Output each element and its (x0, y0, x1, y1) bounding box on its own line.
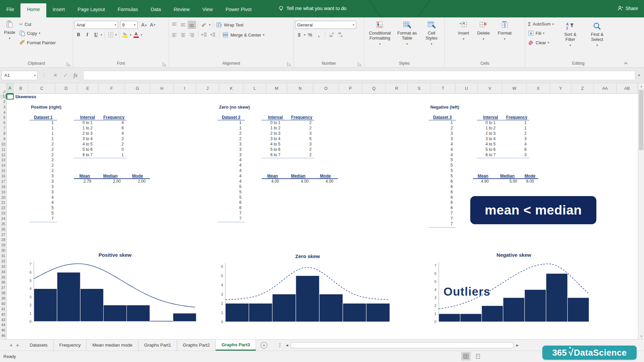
ribbon-tab-power-pivot[interactable]: Power Pivot (219, 3, 258, 17)
row-header-27[interactable]: 27 (0, 232, 6, 237)
italic-button[interactable]: I (83, 31, 91, 39)
dataset-1-value[interactable]: 2 (30, 168, 57, 174)
select-all-corner[interactable] (0, 83, 7, 94)
percent-button[interactable]: % (306, 31, 314, 39)
freq-table-3-header[interactable]: IntervalFrequency (477, 115, 529, 120)
dataset-3-value[interactable]: 6 (429, 190, 456, 195)
collapse-ribbon-button[interactable] (624, 62, 628, 65)
decrease-indent-button[interactable] (200, 31, 208, 39)
dataset-3-value[interactable]: 5 (429, 174, 456, 179)
increase-decimal-button[interactable]: ←.0.00 (327, 31, 335, 39)
row-header-45[interactable]: 45 (0, 328, 6, 333)
chart-positive-skew[interactable]: Positive skew01234567 (14, 251, 210, 326)
freq-table-3-row[interactable]: 4 to 54 (477, 142, 529, 147)
row-header-2[interactable]: 2 (0, 99, 6, 104)
normal-view-button[interactable] (461, 352, 471, 361)
freq-table-3-row[interactable]: 2 to 32 (477, 131, 529, 136)
column-header-R[interactable]: R (386, 83, 408, 94)
vertical-scroll-thumb[interactable] (639, 90, 643, 150)
dataset-1-value[interactable]: 3 (30, 190, 57, 195)
row-header-46[interactable]: 46 (0, 333, 6, 338)
column-header-Z[interactable]: Z (572, 83, 594, 94)
horizontal-scrollbar[interactable] (290, 342, 514, 348)
new-sheet-button[interactable]: + (261, 342, 267, 349)
sort-filter-button[interactable]: AZ Sort & Filter ▾ (558, 20, 583, 50)
row-header-23[interactable]: 23 (0, 211, 6, 216)
row-header-16[interactable]: 16 (0, 174, 6, 179)
freq-table-1-row[interactable]: 5 to 60 (74, 147, 126, 153)
freq-table-1-row[interactable]: 6 to 71 (74, 153, 126, 158)
dataset-3-value[interactable]: 3 (429, 131, 456, 136)
ribbon-tab-file[interactable]: File (0, 3, 20, 17)
freq-table-3-row[interactable]: 1 to 21 (477, 126, 529, 131)
fill-button[interactable]: Fill▾ (527, 29, 555, 37)
dataset-2-value[interactable]: 6 (217, 205, 245, 211)
alignment-dialog-launcher[interactable] (287, 62, 291, 66)
sheet-tab-graphs-part1[interactable]: Graphs Part1 (139, 340, 177, 351)
delete-cells-button[interactable]: Delete ▾ (474, 19, 492, 44)
dataset-2-value[interactable]: 1 (217, 120, 245, 126)
dataset-1-value[interactable]: 3 (30, 184, 57, 190)
freq-table-2-row[interactable]: 4 to 53 (262, 142, 314, 147)
freq-table-1-row[interactable]: 1 to 26 (74, 126, 126, 131)
underline-caret[interactable]: ▾ (101, 33, 102, 37)
column-header-J[interactable]: J (196, 83, 219, 94)
dataset-1-value[interactable]: 5 (30, 205, 57, 211)
row-header-13[interactable]: 13 (0, 158, 6, 163)
format-cells-button[interactable]: Format ▾ (495, 19, 514, 44)
dataset-1-value[interactable]: 1 (30, 136, 57, 142)
ribbon-tab-page-layout[interactable]: Page Layout (71, 3, 111, 17)
dataset-1-value[interactable]: 2 (30, 147, 57, 153)
dataset-2-header[interactable]: Dataset 2 (217, 115, 245, 120)
sheet-nav-right-arrow[interactable]: ▶ (17, 343, 19, 347)
row-header-21[interactable]: 21 (0, 200, 6, 205)
column-header-H[interactable]: H (150, 83, 174, 94)
dataset-2-value[interactable]: 3 (217, 147, 245, 153)
row-header-6[interactable]: 6 (0, 120, 6, 125)
borders-caret[interactable]: ▾ (115, 33, 117, 37)
clipboard-dialog-launcher[interactable] (67, 62, 71, 66)
column-header-D[interactable]: D (55, 83, 77, 94)
stats-3-values[interactable]: 4.905.006.00 (473, 179, 538, 184)
ribbon-tab-insert[interactable]: Insert (46, 3, 71, 17)
ribbon-tab-view[interactable]: View (196, 3, 219, 17)
dataset-1-header[interactable]: Dataset 1 (30, 115, 57, 120)
paste-button[interactable]: Paste ▾ (1, 19, 18, 43)
dataset-2-value[interactable]: 5 (217, 195, 245, 200)
underline-button[interactable]: U (92, 31, 100, 39)
name-box[interactable]: A1▾ (1, 71, 38, 80)
autosum-button[interactable]: ΣAutoSum▾ (527, 20, 555, 28)
formula-input[interactable] (83, 71, 635, 80)
dataset-3-value[interactable]: 7 (429, 222, 456, 227)
row-header-30[interactable]: 30 (0, 248, 6, 253)
dataset-2-value[interactable]: 5 (217, 184, 245, 190)
row-header-40[interactable]: 40 (0, 301, 6, 306)
dataset-3-value[interactable]: 6 (429, 179, 456, 184)
font-color-button[interactable]: A (132, 31, 140, 39)
dataset-3-value[interactable]: 5 (429, 158, 456, 163)
freq-table-2-header[interactable]: IntervalFrequency (262, 115, 314, 120)
number-dialog-launcher[interactable] (358, 62, 362, 66)
freq-table-2-row[interactable]: 3 to 45 (262, 136, 314, 142)
formula-bar-grip[interactable]: ⋯ (42, 73, 47, 78)
freq-table-1-row[interactable]: 0 to 14 (74, 120, 126, 126)
column-header-A[interactable]: A (7, 83, 13, 94)
increase-indent-button[interactable] (209, 31, 217, 39)
row-header-20[interactable]: 20 (0, 195, 6, 200)
row-header-11[interactable]: 11 (0, 147, 6, 152)
dataset-1-value[interactable]: 2 (30, 158, 57, 163)
row-header-7[interactable]: 7 (0, 126, 6, 131)
row-header-28[interactable]: 28 (0, 237, 6, 242)
align-bottom-button[interactable] (188, 21, 196, 29)
column-header-AB[interactable]: AB (616, 83, 638, 94)
row-header-29[interactable]: 29 (0, 243, 6, 248)
row-header-43[interactable]: 43 (0, 317, 6, 322)
comma-button[interactable]: , (315, 31, 323, 39)
chart-zero-skew[interactable]: Zero skew0123456 (205, 251, 403, 326)
sheet-tab-datasets[interactable]: Datasets (24, 340, 53, 351)
stats-2-values[interactable]: 4.004.004.00 (262, 179, 338, 184)
freq-table-3-row[interactable]: 6 to 73 (477, 153, 529, 158)
column-header-F[interactable]: F (99, 83, 125, 94)
dataset-2-value[interactable]: 3 (217, 153, 245, 158)
ribbon-tab-home[interactable]: Home (20, 3, 46, 17)
